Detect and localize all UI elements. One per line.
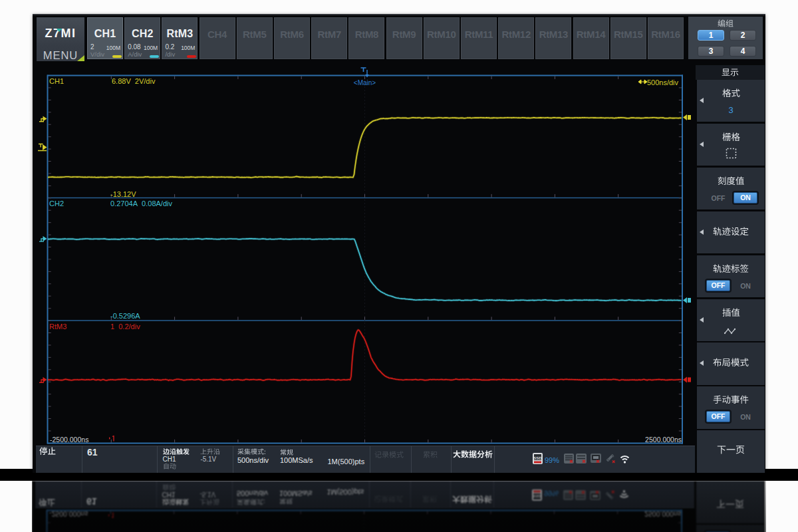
- svg-text:99%: 99%: [545, 456, 559, 464]
- svg-text:SSD: SSD: [533, 456, 542, 460]
